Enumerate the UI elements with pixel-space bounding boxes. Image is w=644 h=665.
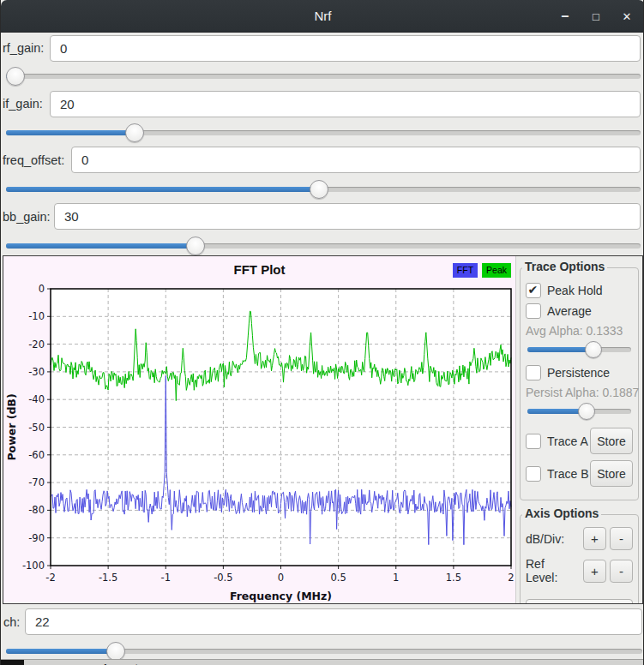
trace-a-row: Trace A Store: [526, 428, 633, 454]
ch-label: ch:: [3, 615, 20, 629]
if-gain-slider-handle[interactable]: [125, 123, 144, 142]
maximize-icon[interactable]: □: [587, 7, 605, 26]
if-gain-slider[interactable]: [6, 123, 641, 143]
svg-text:-100: -100: [22, 560, 45, 572]
db-div-row: dB/Div: + -: [526, 527, 633, 550]
background-window-strip: Imports: [1, 659, 643, 665]
svg-text:0: 0: [278, 572, 284, 584]
svg-text:-80: -80: [28, 504, 45, 516]
svg-text:Power (dB): Power (dB): [5, 393, 18, 460]
ch-slider-handle[interactable]: [106, 642, 125, 661]
svg-text:-1: -1: [161, 572, 171, 584]
svg-text:-60: -60: [28, 449, 45, 461]
trace-options-group: Trace Options Peak Hold Average Avg Alph…: [520, 267, 639, 500]
average-row[interactable]: Average: [526, 303, 633, 319]
trace-b-store-button[interactable]: Store: [590, 460, 633, 487]
svg-text:1: 1: [393, 572, 399, 584]
ref-level-minus-button[interactable]: -: [610, 560, 633, 583]
svg-text:-40: -40: [28, 393, 45, 405]
peak-hold-checkbox[interactable]: [526, 283, 541, 298]
axis-options-title: Axis Options: [522, 506, 601, 520]
svg-text:-0.5: -0.5: [214, 572, 232, 584]
rf-gain-input[interactable]: [50, 35, 641, 62]
close-icon[interactable]: ✕: [617, 7, 636, 26]
bb-gain-input[interactable]: [54, 203, 641, 230]
svg-text:-20: -20: [28, 338, 45, 350]
persistence-row[interactable]: Persistence: [526, 365, 633, 380]
peak-hold-label: Peak Hold: [547, 284, 603, 297]
average-checkbox[interactable]: [526, 303, 541, 319]
trace-b-checkbox[interactable]: [526, 466, 541, 482]
freq-offset-label: freq_offset:: [3, 153, 64, 167]
db-div-label: dB/Div:: [526, 532, 580, 546]
average-label: Average: [547, 304, 592, 318]
minimize-icon[interactable]: –: [556, 7, 575, 26]
trace-a-label: Trace A: [547, 434, 588, 448]
db-div-minus-button[interactable]: -: [610, 527, 633, 550]
autoscale-button[interactable]: Autoscale: [526, 599, 633, 603]
db-div-plus-button[interactable]: +: [583, 527, 606, 550]
trace-a-checkbox[interactable]: [526, 434, 541, 449]
titlebar[interactable]: Nrf – □ ✕: [1, 0, 644, 33]
persist-alpha-label: Persist Alpha: 0.1887: [526, 386, 633, 399]
svg-text:-10: -10: [28, 310, 45, 322]
bb-gain-label: bb_gain:: [3, 210, 51, 224]
axis-options-group: Axis Options dB/Div: + - Ref Level: + - …: [520, 514, 639, 603]
ch-input[interactable]: [25, 608, 642, 635]
svg-text:1.5: 1.5: [446, 572, 461, 584]
svg-text:-90: -90: [28, 532, 45, 544]
svg-text:2: 2: [508, 572, 514, 584]
avg-alpha-label: Avg Alpha: 0.1333: [526, 324, 633, 338]
app-window: Nrf – □ ✕ rf_gain: if_gain: freq_offset:…: [0, 0, 644, 665]
freq-offset-slider-handle[interactable]: [310, 180, 328, 199]
ref-level-label: Ref Level:: [526, 557, 580, 584]
legend-peak: Peak: [482, 263, 511, 278]
svg-text:-1.5: -1.5: [99, 572, 117, 584]
bb-gain-slider[interactable]: [6, 236, 641, 256]
svg-text:Frequency (MHz): Frequency (MHz): [230, 590, 332, 602]
rf-gain-label: rf_gain:: [3, 41, 44, 55]
persistence-checkbox[interactable]: [526, 365, 541, 380]
trace-b-label: Trace B: [547, 467, 589, 481]
if-gain-label: if_gain:: [3, 97, 43, 111]
fft-plot-widget: FFT Plot FFT Peak -2-1.5-1-0.500.511.520…: [3, 256, 515, 603]
background-block: [1, 660, 24, 665]
rf-gain-slider[interactable]: [6, 66, 641, 87]
trace-options-title: Trace Options: [522, 260, 607, 273]
svg-text:0: 0: [39, 283, 45, 295]
freq-offset-slider[interactable]: [6, 179, 641, 200]
persist-alpha-slider-handle[interactable]: [578, 403, 595, 420]
freq-offset-input[interactable]: [71, 147, 641, 173]
if-gain-input[interactable]: [50, 91, 641, 117]
plot-title: FFT Plot: [3, 262, 515, 277]
window-title: Nrf: [1, 0, 644, 33]
avg-alpha-slider-handle[interactable]: [585, 341, 602, 358]
persistence-label: Persistence: [547, 366, 610, 380]
ref-level-row: Ref Level: + -: [526, 557, 633, 584]
bb-gain-slider-handle[interactable]: [186, 237, 205, 255]
svg-text:-30: -30: [28, 366, 45, 378]
control-panel: Trace Options Peak Hold Average Avg Alph…: [515, 256, 642, 603]
avg-alpha-slider[interactable]: [527, 339, 631, 360]
rf-gain-slider-handle[interactable]: [6, 67, 25, 86]
svg-text:-50: -50: [28, 422, 45, 434]
ref-level-plus-button[interactable]: +: [583, 560, 606, 583]
fft-plot-canvas: -2-1.5-1-0.500.511.520-10-20-30-40-50-60…: [3, 282, 515, 603]
trace-a-store-button[interactable]: Store: [590, 428, 633, 454]
legend-fft: FFT: [453, 263, 478, 278]
background-text: Imports: [104, 662, 145, 665]
trace-b-row: Trace B Store: [526, 460, 633, 487]
svg-text:-70: -70: [28, 476, 45, 488]
plot-legend: FFT Peak: [453, 263, 511, 278]
svg-text:-2: -2: [45, 572, 55, 584]
peak-hold-row[interactable]: Peak Hold: [526, 283, 633, 298]
svg-text:0.5: 0.5: [330, 572, 346, 584]
persist-alpha-slider[interactable]: [527, 401, 631, 422]
fft-display-section: FFT Plot FFT Peak -2-1.5-1-0.500.511.520…: [3, 255, 643, 604]
